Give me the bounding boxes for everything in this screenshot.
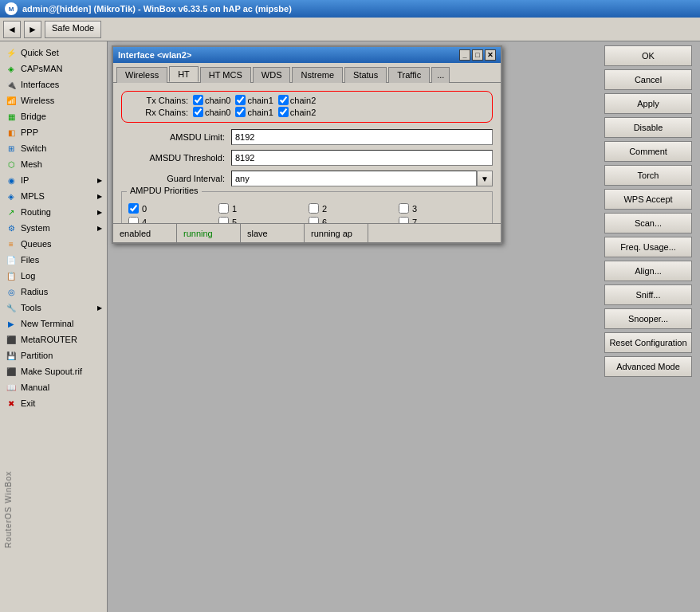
ampdu-item-3: 3 xyxy=(399,203,486,214)
sidebar-item-files[interactable]: 📄 Files xyxy=(0,252,107,268)
ampdu-item-2: 2 xyxy=(309,203,395,214)
sidebar-item-new-terminal[interactable]: ▶ New Terminal xyxy=(0,316,107,332)
rx-chain0-checkbox[interactable] xyxy=(193,107,203,117)
sniff-button[interactable]: Sniff... xyxy=(604,284,692,305)
new-terminal-icon: ▶ xyxy=(5,317,18,330)
rx-chain1-item: chain1 xyxy=(235,107,273,117)
exit-icon: ✖ xyxy=(5,397,18,410)
sidebar-item-label: Log xyxy=(21,271,35,280)
forward-button[interactable]: ► xyxy=(24,21,41,38)
chains-section: Tx Chains: chain0 chain1 chain2 xyxy=(121,91,493,123)
title-bar: M admin@[hidden] (MikroTik) - WinBox v6.… xyxy=(0,0,700,18)
scan-button[interactable]: Scan... xyxy=(604,213,692,233)
tx-chain1-checkbox[interactable] xyxy=(235,95,246,105)
sidebar-item-exit[interactable]: ✖ Exit xyxy=(0,395,107,411)
sidebar-item-mpls[interactable]: ◈ MPLS ▶ xyxy=(0,188,107,204)
interface-dialog: Interface <wlan2> _ □ ✕ Wireless HT HT M… xyxy=(112,45,502,244)
tab-wds[interactable]: WDS xyxy=(253,67,291,83)
sidebar-item-label: Exit xyxy=(21,398,35,408)
tx-chain2-checkbox[interactable] xyxy=(278,95,289,105)
tx-chain2-label: chain2 xyxy=(290,96,316,105)
wps-accept-button[interactable]: WPS Accept xyxy=(604,189,692,210)
rx-chain1-label: chain1 xyxy=(247,108,273,117)
sidebar-item-label: Quick Set xyxy=(21,48,59,57)
sidebar-item-label: CAPsMAN xyxy=(21,64,63,73)
partition-icon: 💾 xyxy=(5,349,18,362)
sidebar-item-wireless[interactable]: 📶 Wireless xyxy=(0,92,107,108)
ampdu-checkbox-2[interactable] xyxy=(309,203,319,214)
sidebar-item-quick-set[interactable]: ⚡ Quick Set xyxy=(0,45,107,61)
align-button[interactable]: Align... xyxy=(604,261,692,281)
sidebar-item-tools[interactable]: 🔧 Tools ▶ xyxy=(0,300,107,316)
freq-usage-button[interactable]: Freq. Usage... xyxy=(604,237,692,257)
sidebar-item-log[interactable]: 📋 Log xyxy=(0,268,107,284)
ampdu-checkbox-0[interactable] xyxy=(128,203,139,214)
reset-config-button[interactable]: Reset Configuration xyxy=(604,332,692,353)
ampdu-label-2: 2 xyxy=(322,204,327,214)
ampdu-item-0: 0 xyxy=(128,203,215,214)
sidebar-item-make-supout[interactable]: ⬛ Make Supout.rif xyxy=(0,363,107,379)
tx-chain1-label: chain1 xyxy=(247,96,273,105)
apply-button[interactable]: Apply xyxy=(604,93,692,114)
sidebar-item-system[interactable]: ⚙ System ▶ xyxy=(0,220,107,236)
sidebar: ⚡ Quick Set ◈ CAPsMAN 🔌 Interfaces 📶 Wir… xyxy=(0,41,108,612)
sidebar-item-interfaces[interactable]: 🔌 Interfaces xyxy=(0,76,107,92)
tab-wireless[interactable]: Wireless xyxy=(116,67,167,83)
ok-button[interactable]: OK xyxy=(604,45,692,66)
sidebar-item-partition[interactable]: 💾 Partition xyxy=(0,347,107,363)
rx-chain1-checkbox[interactable] xyxy=(235,107,246,117)
sidebar-item-radius[interactable]: ◎ Radius xyxy=(0,284,107,300)
rx-chains-label: Rx Chains: xyxy=(128,108,188,117)
mpls-arrow: ▶ xyxy=(97,193,102,200)
sidebar-item-switch[interactable]: ⊞ Switch xyxy=(0,140,107,156)
tx-chain0-label: chain0 xyxy=(205,96,230,105)
tab-more[interactable]: ... xyxy=(431,67,450,83)
sidebar-item-label: Tools xyxy=(21,303,41,312)
sidebar-item-routing[interactable]: ↗ Routing ▶ xyxy=(0,204,107,220)
amsdu-threshold-input[interactable] xyxy=(231,150,493,166)
rx-chain2-label: chain2 xyxy=(290,108,316,117)
dialog-content: Tx Chains: chain0 chain1 chain2 xyxy=(113,83,501,242)
ampdu-checkbox-1[interactable] xyxy=(218,203,229,214)
guard-interval-select[interactable]: any long short xyxy=(231,171,477,186)
cancel-button[interactable]: Cancel xyxy=(604,69,692,90)
torch-button[interactable]: Torch xyxy=(604,165,692,186)
disable-button[interactable]: Disable xyxy=(604,117,692,138)
snooper-button[interactable]: Snooper... xyxy=(604,308,692,329)
sidebar-item-ppp[interactable]: ◧ PPP xyxy=(0,124,107,140)
status-enabled: enabled xyxy=(113,224,177,242)
tab-ht[interactable]: HT xyxy=(169,66,199,82)
sidebar-item-label: Radius xyxy=(21,287,48,296)
sidebar-item-ip[interactable]: ◉ IP ▶ xyxy=(0,172,107,188)
sidebar-item-capsman[interactable]: ◈ CAPsMAN xyxy=(0,61,107,76)
safe-mode-button[interactable]: Safe Mode xyxy=(45,21,101,38)
tab-traffic[interactable]: Traffic xyxy=(388,67,430,83)
tab-ht-mcs[interactable]: HT MCS xyxy=(200,67,251,83)
sidebar-item-metarouter[interactable]: ⬛ MetaROUTER xyxy=(0,332,107,347)
capsman-icon: ◈ xyxy=(5,62,18,75)
advanced-mode-button[interactable]: Advanced Mode xyxy=(604,356,692,377)
tx-chains-row: Tx Chains: chain0 chain1 chain2 xyxy=(128,95,486,105)
sidebar-item-label: New Terminal xyxy=(21,319,73,328)
sidebar-item-label: MPLS xyxy=(21,191,45,201)
back-button[interactable]: ◄ xyxy=(3,21,21,38)
interfaces-icon: 🔌 xyxy=(5,78,18,91)
sidebar-item-label: Make Supout.rif xyxy=(21,367,82,376)
dialog-maximize-button[interactable]: □ xyxy=(472,49,483,61)
mesh-icon: ⬡ xyxy=(5,158,18,171)
sidebar-item-manual[interactable]: 📖 Manual xyxy=(0,379,107,395)
tx-chain0-checkbox[interactable] xyxy=(193,95,203,105)
status-running: running xyxy=(177,224,241,242)
rx-chain2-checkbox[interactable] xyxy=(278,107,289,117)
comment-button[interactable]: Comment xyxy=(604,141,692,162)
sidebar-item-bridge[interactable]: ▦ Bridge xyxy=(0,108,107,124)
ampdu-checkbox-3[interactable] xyxy=(399,203,409,214)
amsdu-limit-input[interactable] xyxy=(231,129,493,145)
sidebar-item-queues[interactable]: ≡ Queues xyxy=(0,236,107,252)
tab-nstreme[interactable]: Nstreme xyxy=(292,67,343,83)
sidebar-item-mesh[interactable]: ⬡ Mesh xyxy=(0,156,107,172)
dialog-close-button[interactable]: ✕ xyxy=(485,49,496,61)
tab-status[interactable]: Status xyxy=(344,67,387,83)
guard-interval-dropdown-button[interactable]: ▼ xyxy=(477,171,493,186)
dialog-minimize-button[interactable]: _ xyxy=(459,49,470,61)
